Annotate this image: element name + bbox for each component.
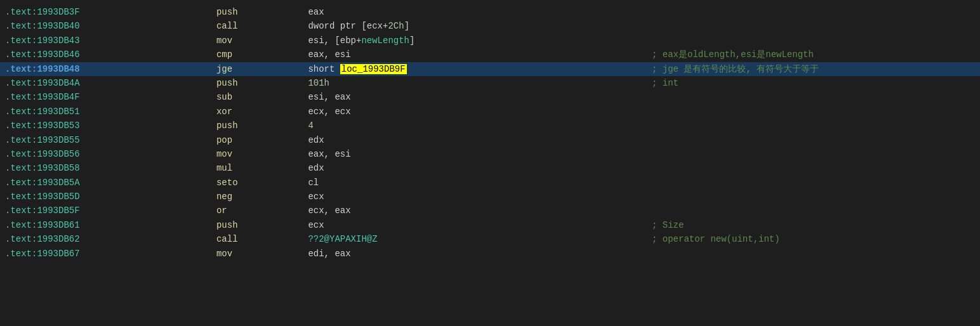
comment-cell: ; Size [642,218,980,232]
code-row[interactable]: .text:1993DB48jgeshort loc_1993DB9F; jge… [0,62,980,76]
comment-cell: ; int [642,76,980,90]
mnemonic-cell: seto [206,176,298,190]
address-cell: .text:1993DB58 [0,161,206,175]
operands-cell: short loc_1993DB9F [298,62,642,76]
code-row[interactable]: .text:1993DB4Fsubesi, eax [0,90,980,104]
mnemonic-cell: jge [206,62,298,76]
address-cell: .text:1993DB5D [0,190,206,204]
address-cell: .text:1993DB4A [0,76,206,90]
address-cell: .text:1993DB5F [0,204,206,218]
code-row[interactable]: .text:1993DB67movedi, eax [0,247,980,261]
address-cell: .text:1993DB62 [0,232,206,246]
comment-cell: ; jge 是有符号的比较, 有符号大于等于 [642,62,980,76]
operands-cell: ecx, ecx [298,105,642,119]
mnemonic-cell: mul [206,161,298,175]
mnemonic-cell: xor [206,105,298,119]
address-cell: .text:1993DB46 [0,48,206,62]
code-row[interactable]: .text:1993DB4Apush101h; int [0,76,980,90]
code-row[interactable]: .text:1993DB53push4 [0,119,980,133]
address-cell: .text:1993DB43 [0,34,206,48]
code-row[interactable]: .text:1993DB46cmpeax, esi; eax是oldLength… [0,48,980,62]
address-cell: .text:1993DB53 [0,119,206,133]
address-cell: .text:1993DB56 [0,147,206,161]
code-row[interactable]: .text:1993DB56moveax, esi [0,147,980,161]
mnemonic-cell: cmp [206,48,298,62]
operands-cell: esi, [ebp+newLength] [298,34,642,48]
code-row[interactable]: .text:1993DB61pushecx; Size [0,218,980,232]
mnemonic-cell: or [206,204,298,218]
operands-cell: ecx, eax [298,204,642,218]
code-row[interactable]: .text:1993DB3Fpusheax [0,5,980,19]
address-cell: .text:1993DB61 [0,218,206,232]
address-cell: .text:1993DB3F [0,5,206,19]
code-row[interactable]: .text:1993DB5Dnegecx [0,190,980,204]
mnemonic-cell: push [206,218,298,232]
code-row[interactable]: .text:1993DB40calldword ptr [ecx+2Ch] [0,19,980,33]
operands-cell: cl [298,176,642,190]
operands-cell: dword ptr [ecx+2Ch] [298,19,642,33]
operands-cell: 101h [298,76,642,90]
mnemonic-cell: push [206,119,298,133]
operands-cell: ecx [298,218,642,232]
mnemonic-cell: pop [206,133,298,147]
mnemonic-cell: call [206,232,298,246]
mnemonic-cell: mov [206,34,298,48]
mnemonic-cell: push [206,76,298,90]
address-cell: .text:1993DB5A [0,176,206,190]
operands-cell: edx [298,133,642,147]
code-row[interactable]: .text:1993DB51xorecx, ecx [0,105,980,119]
code-row[interactable]: .text:1993DB5Forecx, eax [0,204,980,218]
operands-cell: ecx [298,190,642,204]
address-cell: .text:1993DB40 [0,19,206,33]
mnemonic-cell: sub [206,90,298,104]
code-row[interactable]: .text:1993DB58muledx [0,161,980,175]
operands-cell: eax, esi [298,147,642,161]
operands-cell: edx [298,161,642,175]
address-cell: .text:1993DB48 [0,62,206,76]
operands-cell: eax [298,5,642,19]
mnemonic-cell: mov [206,247,298,261]
comment-cell: ; eax是oldLength,esi是newLength [642,48,980,62]
operands-cell: eax, esi [298,48,642,62]
comment-cell: ; operator new(uint,int) [642,232,980,246]
address-cell: .text:1993DB55 [0,133,206,147]
code-row[interactable]: .text:1993DB5Asetocl [0,176,980,190]
code-row[interactable]: .text:1993DB55popedx [0,133,980,147]
operands-cell: 4 [298,119,642,133]
operands-cell: ??2@YAPAXIH@Z [298,232,642,246]
address-cell: .text:1993DB51 [0,105,206,119]
disassembly-view: .text:1993DB3Fpusheax.text:1993DB40calld… [0,5,980,261]
code-row[interactable]: .text:1993DB62call??2@YAPAXIH@Z; operato… [0,232,980,246]
address-cell: .text:1993DB67 [0,247,206,261]
address-cell: .text:1993DB4F [0,90,206,104]
mnemonic-cell: neg [206,190,298,204]
operands-cell: edi, eax [298,247,642,261]
mnemonic-cell: push [206,5,298,19]
mnemonic-cell: call [206,19,298,33]
code-row[interactable]: .text:1993DB43movesi, [ebp+newLength] [0,34,980,48]
operands-cell: esi, eax [298,90,642,104]
mnemonic-cell: mov [206,147,298,161]
